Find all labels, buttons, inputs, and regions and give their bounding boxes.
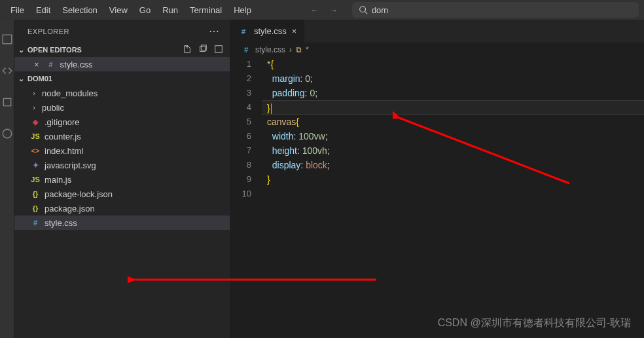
- search-value: dom: [372, 5, 388, 15]
- svg-point-4: [3, 129, 12, 138]
- activity-icon[interactable]: [1, 64, 14, 77]
- file-item-package-json[interactable]: {}package.json: [14, 201, 230, 216]
- code-lines[interactable]: *{ margin: 0; padding: 0; } canvas{ widt…: [262, 57, 644, 201]
- menu-go[interactable]: Go: [134, 3, 156, 18]
- svg-rect-8: [201, 45, 206, 50]
- close-tab-icon[interactable]: ×: [292, 26, 297, 36]
- activity-icon[interactable]: [1, 33, 14, 46]
- file-item-style-css[interactable]: #style.css: [14, 216, 230, 230]
- svg-rect-7: [200, 47, 206, 52]
- menu-terminal[interactable]: Terminal: [185, 3, 227, 18]
- file-item-gitignore[interactable]: ◆.gitignore: [14, 115, 230, 129]
- chevron-right-icon: ›: [289, 45, 292, 54]
- nav-forward-icon[interactable]: →: [329, 5, 338, 15]
- file-item-javascript-svg[interactable]: ✦javascript.svg: [14, 158, 230, 172]
- item-label: javascript.svg: [45, 160, 96, 170]
- js-file-icon: JS: [30, 174, 41, 185]
- symbol-icon: ⧉: [296, 45, 302, 54]
- json-file-icon: {}: [30, 203, 41, 214]
- menubar: File Edit Selection View Go Run Terminal…: [0, 0, 644, 20]
- open-editors-label: OPEN EDITORS: [27, 46, 82, 54]
- breadcrumb-symbol: *: [306, 45, 309, 54]
- explorer-header: EXPLORER ⋯: [14, 20, 230, 43]
- save-all-icon[interactable]: [198, 45, 207, 55]
- folder-label: DOM01: [27, 75, 52, 83]
- git-file-icon: ◆: [30, 117, 41, 127]
- breadcrumb[interactable]: # style.css › ⧉ *: [230, 43, 644, 57]
- close-all-icon[interactable]: [214, 45, 223, 55]
- explorer-more-icon[interactable]: ⋯: [209, 25, 220, 37]
- nav-arrows: ← →: [310, 5, 338, 15]
- watermark-text: CSDN @深圳市有德者科技有限公司-耿瑞: [438, 316, 631, 330]
- chevron-right-icon: ›: [30, 89, 38, 97]
- line-gutter: 12345678910: [230, 57, 262, 201]
- item-label: package.json: [45, 204, 95, 214]
- svg-line-1: [365, 12, 368, 14]
- menu-view[interactable]: View: [104, 3, 133, 18]
- json-file-icon: {}: [30, 189, 41, 199]
- tab-label: style.css: [254, 26, 287, 36]
- folder-item-node-modules[interactable]: ›node_modules: [14, 86, 230, 100]
- folder-section[interactable]: ⌄ DOM01: [14, 71, 230, 86]
- search-icon: [359, 5, 368, 14]
- file-item-index-html[interactable]: <>index.html: [14, 143, 230, 158]
- js-file-icon: JS: [30, 131, 41, 141]
- menu-selection[interactable]: Selection: [57, 3, 102, 18]
- chevron-down-icon: ⌄: [17, 75, 25, 83]
- item-label: index.html: [45, 146, 83, 156]
- svg-point-0: [360, 7, 366, 12]
- svg-rect-3: [3, 98, 10, 105]
- item-label: main.js: [45, 175, 71, 185]
- item-label: node_modules: [42, 88, 98, 98]
- text-cursor: [271, 103, 272, 114]
- explorer-sidebar: EXPLORER ⋯ ⌄OPEN EDITORS × # style.css ⌄…: [14, 20, 230, 338]
- svg-rect-2: [3, 35, 12, 44]
- file-item-main-js[interactable]: JSmain.js: [14, 172, 230, 187]
- css-file-icon: #: [30, 217, 41, 228]
- nav-back-icon[interactable]: ←: [310, 5, 319, 15]
- open-editors-section[interactable]: ⌄OPEN EDITORS: [14, 43, 230, 57]
- chevron-down-icon: ⌄: [17, 46, 25, 54]
- editor-group: # style.css × # style.css › ⧉ * 12345678…: [230, 20, 644, 338]
- chevron-right-icon: ›: [30, 103, 38, 111]
- breadcrumb-file: style.css: [255, 45, 285, 54]
- activity-bar: [0, 20, 14, 338]
- svg-rect-9: [215, 46, 223, 53]
- item-label: counter.js: [45, 132, 81, 141]
- tab-style-css[interactable]: # style.css ×: [230, 20, 305, 43]
- code-editor[interactable]: 12345678910 *{ margin: 0; padding: 0; } …: [230, 57, 644, 201]
- svg-file-icon: ✦: [30, 160, 41, 170]
- file-item-counter-js[interactable]: JScounter.js: [14, 129, 230, 143]
- tab-bar: # style.css ×: [230, 20, 644, 43]
- activity-icon[interactable]: [1, 96, 14, 109]
- css-file-icon: #: [241, 45, 251, 55]
- close-icon[interactable]: ×: [34, 60, 39, 69]
- menu-help[interactable]: Help: [228, 3, 257, 18]
- item-label: .gitignore: [45, 117, 79, 127]
- css-file-icon: #: [238, 26, 249, 37]
- html-file-icon: <>: [30, 145, 41, 156]
- item-label: package-lock.json: [45, 189, 113, 199]
- file-item-package-lock[interactable]: {}package-lock.json: [14, 187, 230, 201]
- folder-item-public[interactable]: ›public: [14, 100, 230, 115]
- css-file-icon: #: [46, 59, 56, 69]
- explorer-title: EXPLORER: [27, 28, 69, 35]
- menu-edit[interactable]: Edit: [31, 3, 56, 18]
- menu-run[interactable]: Run: [157, 3, 183, 18]
- open-editor-item[interactable]: × # style.css: [14, 57, 230, 71]
- item-label: public: [42, 103, 64, 113]
- menu-file[interactable]: File: [5, 3, 29, 18]
- activity-icon[interactable]: [1, 127, 14, 140]
- item-label: style.css: [45, 218, 77, 228]
- open-editor-name: style.css: [60, 60, 93, 69]
- new-file-icon[interactable]: [183, 45, 192, 55]
- command-center-search[interactable]: dom: [352, 2, 639, 18]
